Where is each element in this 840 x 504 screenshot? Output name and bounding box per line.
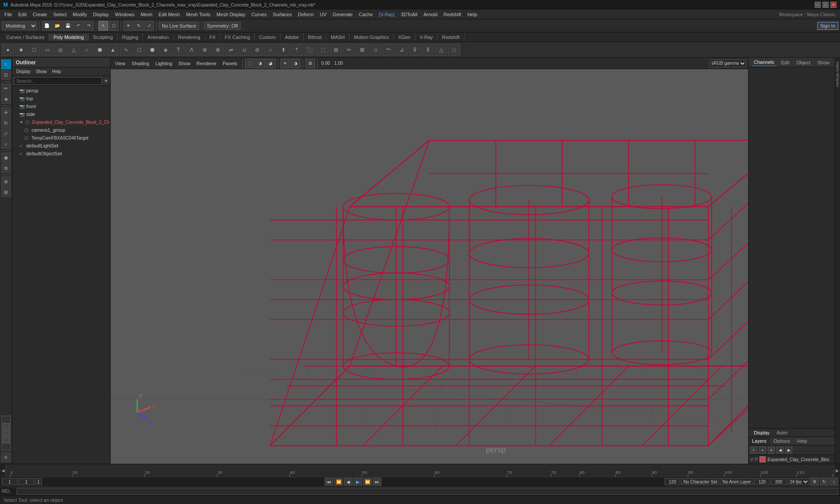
shelf-icon-cylinder[interactable]: ⬡ [28, 44, 40, 56]
shelf-icon-insert-edge[interactable]: ⊞ [330, 44, 342, 56]
no-live-surface-label[interactable]: No Live Surface [159, 22, 199, 30]
shelf-icon-sphere[interactable]: ● [2, 44, 14, 56]
shelf-icon-separate[interactable]: ⊗ [212, 44, 224, 56]
shelf-icon-bevel[interactable]: ◇ [369, 44, 382, 56]
shelf-icon-triangulate[interactable]: △ [435, 44, 447, 56]
save-scene-btn[interactable]: 💾 [63, 21, 73, 31]
menu-display[interactable]: Display [91, 11, 112, 18]
select-tool[interactable]: ↖ [1, 60, 11, 69]
maximize-button[interactable]: □ [822, 2, 829, 8]
layer-vis-stack[interactable] [1, 416, 11, 451]
shelf-icon-pipe[interactable]: ○ [80, 44, 93, 56]
vp-menu-shading[interactable]: Shading [129, 60, 152, 67]
undo-btn[interactable]: ↶ [74, 21, 83, 31]
max-frames-input[interactable] [771, 478, 787, 485]
shelf-tab-custom[interactable]: Custom [255, 34, 280, 41]
ch-tab-channels[interactable]: Channels [752, 59, 776, 66]
prefs-btn[interactable]: ⚙ [810, 478, 819, 486]
select-tool-btn[interactable]: ↖ [98, 21, 108, 31]
shelf-tab-motion-graphics[interactable]: Motion Graphics [350, 34, 394, 41]
shelf-icon-text[interactable]: T [172, 44, 185, 56]
ch-tab-show[interactable]: Show [816, 59, 831, 66]
menu-mesh[interactable]: Mesh [138, 11, 155, 18]
close-button[interactable]: ✕ [830, 2, 836, 8]
cb-sub-tab-options[interactable]: Options [770, 437, 794, 445]
range-end-input[interactable] [665, 478, 680, 485]
layer-prev-btn[interactable]: ◀ [777, 447, 784, 454]
layer-row-item[interactable]: V P Expanded_Clay_Concrete_Bloc [749, 455, 835, 464]
menu-redshift[interactable]: Redshift [441, 11, 464, 18]
menu-help[interactable]: Help [465, 11, 480, 18]
menu-cache[interactable]: Cache [356, 11, 375, 18]
outliner-menu-help[interactable]: Help [50, 69, 63, 74]
new-scene-btn[interactable]: 📄 [42, 21, 52, 31]
shelf-icon-platonic[interactable]: ⬢ [146, 44, 158, 56]
shelf-icon-cube[interactable]: ■ [15, 44, 27, 56]
outliner-menu-display[interactable]: Display [14, 69, 33, 74]
shelf-tab-sculpting[interactable]: Sculpting [89, 34, 118, 41]
ch-tab-edit[interactable]: Edit [779, 59, 791, 66]
vp-shaded-btn[interactable]: ◑ [256, 59, 265, 68]
snap-settings[interactable]: ⊞ [1, 187, 11, 197]
cb-sub-tab-layers[interactable]: Layers [749, 437, 770, 445]
shelf-tab-rendering[interactable]: Rendering [174, 34, 205, 41]
ch-tab-object[interactable]: Object [794, 59, 812, 66]
menu-file[interactable]: File [2, 11, 15, 18]
soft-select[interactable]: ◉ [1, 153, 11, 162]
shelf-tab-vray[interactable]: V-Ray [415, 34, 438, 41]
shelf-tab-rigging[interactable]: Rigging [118, 34, 143, 41]
vp-menu-panels[interactable]: Panels [220, 60, 240, 67]
menu-select[interactable]: Select [51, 11, 70, 18]
minimize-button[interactable]: ─ [815, 2, 821, 8]
sound-btn[interactable]: ♪ [830, 478, 838, 486]
shelf-icon-helix[interactable]: ∿ [120, 44, 132, 56]
menu-surfaces[interactable]: Surfaces [270, 11, 294, 18]
shelf-icon-boolean-diff[interactable]: ⊖ [251, 44, 263, 56]
shelf-tab-bifrost[interactable]: Bifrost [304, 34, 326, 41]
move-tool-left[interactable]: ✛ [1, 108, 11, 117]
shelf-icon-multi-cut[interactable]: ✂ [343, 44, 355, 56]
no-anim-layer-btn[interactable]: No Anim Layer [720, 478, 753, 485]
shelf-icon-cone[interactable]: △ [67, 44, 80, 56]
new-layer-btn[interactable]: + [750, 447, 757, 454]
shelf-icon-remesh[interactable]: ⊼ [422, 44, 434, 56]
symmetry-label[interactable]: Symmetry: Off [204, 22, 241, 30]
outliner-item-top[interactable]: 📷 top [12, 94, 110, 102]
vp-menu-renderer[interactable]: Renderer [194, 60, 219, 67]
menu-uv[interactable]: UV [317, 11, 329, 18]
show-manip[interactable]: ⊕ [1, 177, 11, 186]
shelf-icon-pyramid[interactable]: ▲ [107, 44, 119, 56]
outliner-item-front[interactable]: 📷 front [12, 102, 110, 110]
shelf-icon-extrude[interactable]: ⬆ [277, 44, 290, 56]
shelf-icon-crease[interactable]: 〜 [382, 44, 395, 56]
shelf-tab-poly-modeling[interactable]: Poly Modeling [49, 34, 88, 41]
power-select[interactable]: ◈ [1, 94, 11, 104]
shelf-icon-smooth[interactable]: ⊿ [396, 44, 408, 56]
range-start-input[interactable] [2, 478, 18, 485]
open-scene-btn[interactable]: 📂 [52, 21, 62, 31]
vp-lights-btn[interactable]: ☀ [280, 59, 290, 68]
outliner-search-input[interactable] [14, 77, 102, 85]
shelf-icon-super[interactable]: ◈ [159, 44, 172, 56]
viewport-canvas[interactable]: persp X Y Z [111, 69, 748, 464]
attr-editor-side-tab[interactable]: Attribute Editor [835, 58, 840, 464]
shelf-tab-xgen[interactable]: XGen [394, 34, 415, 41]
outliner-item-side[interactable]: 📷 side [12, 110, 110, 118]
shelf-tab-curves-surfaces[interactable]: Curves / Surfaces [2, 34, 49, 41]
menu-curves[interactable]: Curves [249, 11, 270, 18]
vp-menu-show[interactable]: Show [176, 60, 193, 67]
redo-btn[interactable]: ↷ [84, 21, 94, 31]
fps-selector[interactable]: 24 fps 30 fps 60 fps [788, 478, 809, 485]
shelf-icon-prism[interactable]: ⬟ [94, 44, 106, 56]
outliner-item-default-light-set[interactable]: ○ defaultLightSet [12, 142, 110, 150]
shelf-icon-connect[interactable]: ⊠ [356, 44, 368, 56]
shelf-icon-fill-hole[interactable]: ⬛ [304, 44, 316, 56]
shelf-icon-type[interactable]: Ʌ [186, 44, 198, 56]
shelf-icon-mirror[interactable]: ⇌ [225, 44, 237, 56]
timeline-track[interactable]: 1 10 20 30 40 50 60 [6, 464, 834, 477]
shelf-tab-animation[interactable]: Animation [143, 34, 174, 41]
vp-shadows-btn[interactable]: ◑ [291, 59, 301, 68]
menu-generate[interactable]: Generate [330, 11, 355, 18]
play-fwd-btn[interactable]: ▶ [354, 478, 362, 486]
cb-sub-tab-help[interactable]: Help [794, 437, 811, 445]
